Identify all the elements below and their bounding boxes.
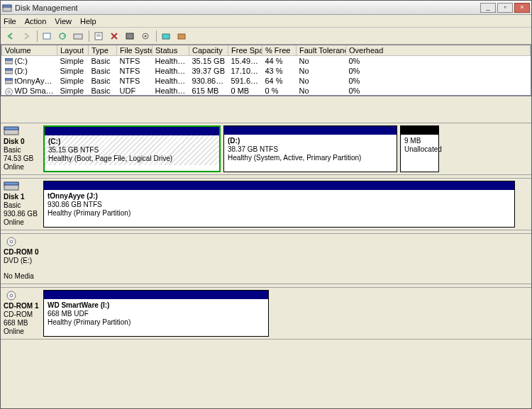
col-pct[interactable]: % Free bbox=[262, 45, 297, 56]
back-button[interactable] bbox=[4, 29, 18, 43]
titlebar[interactable]: Disk Management _ ▫ × bbox=[1, 1, 531, 15]
toolbar-btn-5[interactable] bbox=[174, 29, 189, 43]
volume-pct: 44 % bbox=[262, 56, 297, 66]
partition[interactable]: 9 MBUnallocated bbox=[400, 125, 439, 172]
properties-button[interactable] bbox=[92, 29, 106, 43]
partition-body: tOnnyAyye (J:)930.86 GB NTFSHealthy (Pri… bbox=[44, 190, 514, 220]
menu-action[interactable]: Action bbox=[25, 17, 47, 26]
menu-view[interactable]: View bbox=[55, 17, 72, 26]
partition-lane-empty bbox=[43, 234, 531, 284]
volume-fault: No bbox=[297, 66, 346, 76]
disk-info[interactable]: Disk 0Basic74.53 GBOnline bbox=[1, 123, 43, 174]
disk-icon bbox=[4, 291, 19, 301]
volume-name: tOnnyAyye (... bbox=[15, 77, 57, 85]
col-free[interactable]: Free Spa... bbox=[228, 45, 262, 56]
partition[interactable]: WD SmartWare (I:)668 MB UDFHealthy (Prim… bbox=[43, 290, 269, 337]
partition-status: Healthy (Boot, Page File, Logical Drive) bbox=[48, 155, 216, 163]
toolbar-btn-3[interactable] bbox=[123, 29, 137, 43]
volume-free: 591.64 GB bbox=[228, 76, 262, 86]
partition-sub: 668 MB UDF bbox=[48, 310, 265, 318]
partition-lane: (C:)35.15 GB NTFSHealthy (Boot, Page Fil… bbox=[43, 123, 531, 174]
volume-row[interactable]: (D:)SimpleBasicNTFSHealthy (S...39.37 GB… bbox=[2, 66, 531, 76]
window: Disk Management _ ▫ × File Action View H… bbox=[0, 0, 532, 409]
volume-type: Basic bbox=[89, 76, 117, 86]
partition-lane: WD SmartWare (I:)668 MB UDFHealthy (Prim… bbox=[43, 288, 531, 339]
col-capacity[interactable]: Capacity bbox=[189, 45, 228, 56]
toolbar-btn-2[interactable] bbox=[71, 29, 85, 43]
volume-fs: NTFS bbox=[117, 56, 153, 66]
svg-rect-26 bbox=[4, 182, 18, 185]
col-status[interactable]: Status bbox=[153, 45, 189, 56]
disk-icon bbox=[4, 237, 19, 247]
volume-layout: Simple bbox=[57, 56, 89, 66]
toolbar-btn-4[interactable] bbox=[159, 29, 173, 43]
col-layout[interactable]: Layout bbox=[57, 45, 89, 56]
disk-info[interactable]: CD-ROM 0DVD (E:)No Media bbox=[1, 234, 43, 284]
partition-body: (D:)38.37 GB NTFSHealthy (System, Active… bbox=[224, 135, 397, 164]
partition-status: Unallocated bbox=[404, 145, 435, 154]
svg-rect-2 bbox=[43, 33, 50, 39]
disk-icon bbox=[4, 126, 19, 136]
disk-state: Online bbox=[4, 327, 40, 336]
settings-button[interactable] bbox=[138, 29, 153, 43]
volume-status: Healthy (P... bbox=[153, 86, 189, 96]
minimize-button[interactable]: _ bbox=[480, 3, 496, 13]
partition-body: WD SmartWare (I:)668 MB UDFHealthy (Prim… bbox=[44, 299, 268, 329]
volume-layout: Simple bbox=[57, 66, 89, 76]
partition[interactable]: (D:)38.37 GB NTFSHealthy (System, Active… bbox=[223, 125, 397, 172]
toolbar-btn-1[interactable] bbox=[40, 29, 54, 43]
partition-status: Healthy (Primary Partition) bbox=[48, 318, 265, 327]
disk-label: Disk 0 bbox=[4, 138, 40, 146]
volume-capacity: 39.37 GB bbox=[189, 66, 228, 76]
volume-icon bbox=[5, 88, 13, 94]
partition-sub: 9 MB bbox=[404, 137, 435, 145]
partition[interactable]: tOnnyAyye (J:)930.86 GB NTFSHealthy (Pri… bbox=[43, 181, 515, 228]
volume-pct: 64 % bbox=[262, 76, 297, 86]
disk-kind: Basic bbox=[4, 146, 40, 155]
volume-fs: NTFS bbox=[117, 66, 153, 76]
partition-body: 9 MBUnallocated bbox=[401, 135, 438, 156]
volume-name: WD SmartWare (I:) bbox=[15, 86, 57, 95]
delete-button[interactable] bbox=[107, 29, 121, 43]
close-button[interactable]: × bbox=[514, 3, 530, 13]
partition-body: (C:)35.15 GB NTFSHealthy (Boot, Page Fil… bbox=[45, 135, 219, 165]
menu-help[interactable]: Help bbox=[80, 17, 96, 26]
disk-info[interactable]: Disk 1Basic930.86 GBOnline bbox=[1, 179, 43, 230]
disk-row: CD-ROM 1CD-ROM668 MBOnlineWD SmartWare (… bbox=[1, 287, 531, 340]
volume-over: 0% bbox=[346, 76, 531, 86]
maximize-button[interactable]: ▫ bbox=[497, 3, 513, 13]
disk-label: CD-ROM 0 bbox=[4, 248, 40, 257]
disk-map: Disk 0Basic74.53 GBOnline(C:)35.15 GB NT… bbox=[1, 123, 531, 408]
splitter[interactable] bbox=[1, 96, 531, 123]
partition-sub: 38.37 GB NTFS bbox=[228, 145, 393, 154]
disk-info[interactable]: CD-ROM 1CD-ROM668 MBOnline bbox=[1, 288, 43, 339]
partition-header bbox=[45, 127, 219, 135]
volume-name: (D:) bbox=[15, 67, 28, 75]
disk-icon bbox=[4, 181, 19, 191]
volume-row[interactable]: tOnnyAyye (...SimpleBasicNTFSHealthy (P.… bbox=[2, 76, 531, 86]
svg-point-28 bbox=[10, 240, 13, 243]
partition[interactable]: (C:)35.15 GB NTFSHealthy (Boot, Page Fil… bbox=[43, 125, 221, 172]
menu-file[interactable]: File bbox=[4, 17, 16, 26]
col-over[interactable]: Overhead bbox=[346, 45, 531, 56]
volume-free: 15.49 GB bbox=[228, 56, 262, 66]
disk-size: 74.53 GB bbox=[4, 155, 40, 163]
volume-free: 0 MB bbox=[228, 86, 262, 96]
col-fs[interactable]: File System bbox=[117, 45, 153, 56]
volume-row[interactable]: WD SmartWare (I:)SimpleBasicUDFHealthy (… bbox=[2, 86, 531, 96]
col-type[interactable]: Type bbox=[89, 45, 117, 56]
svg-rect-20 bbox=[5, 78, 13, 80]
col-fault[interactable]: Fault Tolerance bbox=[297, 45, 346, 56]
col-volume[interactable]: Volume bbox=[2, 45, 57, 56]
volume-row[interactable]: (C:)SimpleBasicNTFSHealthy (B...35.15 GB… bbox=[2, 56, 531, 66]
disk-size: 930.86 GB bbox=[4, 210, 40, 218]
disk-state: Online bbox=[4, 163, 40, 172]
volume-list[interactable]: Volume Layout Type File System Status Ca… bbox=[1, 45, 531, 96]
column-header-row[interactable]: Volume Layout Type File System Status Ca… bbox=[2, 45, 531, 56]
partition-header bbox=[44, 181, 514, 190]
refresh-button[interactable] bbox=[55, 29, 70, 43]
forward-button[interactable] bbox=[19, 29, 33, 43]
disk-label: CD-ROM 1 bbox=[4, 302, 40, 310]
partition-header bbox=[224, 126, 397, 135]
svg-rect-1 bbox=[3, 5, 11, 7]
